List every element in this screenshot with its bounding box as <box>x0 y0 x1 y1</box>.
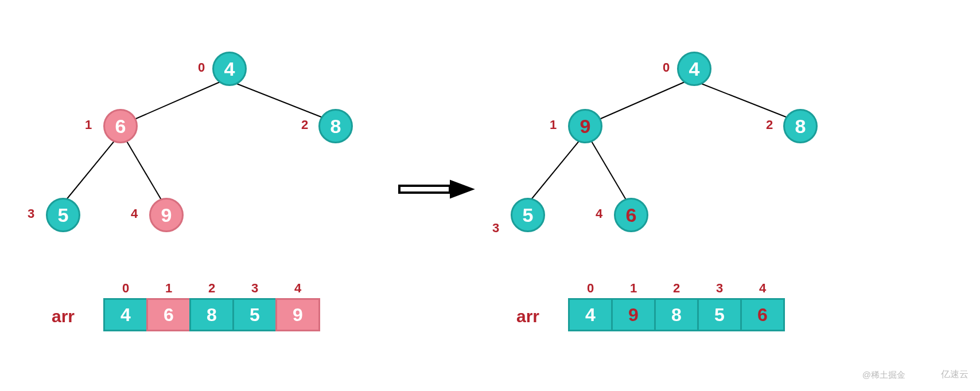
tree2-node-0: 4 <box>677 52 711 86</box>
tree2-node-4: 6 <box>614 198 648 232</box>
svg-line-6 <box>528 140 580 204</box>
tree1-node-2: 8 <box>318 109 353 143</box>
svg-line-7 <box>591 140 628 204</box>
tree2-idx-3: 3 <box>492 221 499 236</box>
tree1-idx-0: 0 <box>198 60 205 75</box>
svg-line-4 <box>597 80 689 120</box>
arr-idx: 0 <box>103 281 148 296</box>
tree1-node-4: 9 <box>149 198 184 232</box>
arr-idx: 4 <box>740 281 785 296</box>
arr-cell: 8 <box>654 298 699 331</box>
tree2-node-2: 8 <box>783 109 818 143</box>
node-value: 6 <box>115 115 126 138</box>
tree-edges <box>0 0 980 391</box>
tree2-idx-1: 1 <box>550 118 557 132</box>
arr-cell: 6 <box>740 298 785 331</box>
tree1-idx-3: 3 <box>28 206 34 221</box>
arr-idx: 4 <box>275 281 320 296</box>
arr-cell: 4 <box>568 298 613 331</box>
arr-label-left: arr <box>52 307 75 326</box>
arr-idx: 2 <box>654 281 699 296</box>
svg-line-2 <box>63 140 115 204</box>
arr-cell: 4 <box>103 298 148 331</box>
arr-idx-row-left: 0 1 2 3 4 <box>103 281 320 296</box>
node-value: 8 <box>795 115 806 138</box>
svg-line-0 <box>132 80 224 120</box>
arr-cell: 5 <box>697 298 742 331</box>
svg-rect-8 <box>400 187 449 191</box>
watermark-yisu: 亿速云 <box>941 369 969 381</box>
tree2-idx-4: 4 <box>596 206 602 221</box>
arr-cell: 8 <box>189 298 234 331</box>
arr-idx: 1 <box>146 281 191 296</box>
tree2-node-1: 9 <box>568 109 602 143</box>
tree1-idx-1: 1 <box>85 118 92 132</box>
node-value: 5 <box>523 204 534 226</box>
tree1-idx-4: 4 <box>131 206 138 221</box>
node-value: 4 <box>689 58 700 80</box>
svg-line-5 <box>700 83 795 120</box>
tree1-node-1: 6 <box>103 109 138 143</box>
arr-cell: 6 <box>146 298 191 331</box>
arrow-icon <box>396 175 482 204</box>
arr-idx: 3 <box>697 281 742 296</box>
arr-idx: 0 <box>568 281 613 296</box>
arr-box-right: 4 9 8 5 6 <box>568 298 785 331</box>
tree1-node-3: 5 <box>46 198 80 232</box>
node-value: 8 <box>330 115 341 138</box>
arr-cell: 9 <box>275 298 320 331</box>
arr-idx: 1 <box>611 281 656 296</box>
node-value: 9 <box>580 115 591 138</box>
arr-idx: 2 <box>189 281 234 296</box>
arr-cell: 5 <box>232 298 277 331</box>
arr-cell: 9 <box>611 298 656 331</box>
node-value: 9 <box>161 204 172 226</box>
arr-label-right: arr <box>516 307 539 326</box>
watermark-juejin: @稀土掘金 <box>862 370 905 381</box>
arr-idx-row-right: 0 1 2 3 4 <box>568 281 785 296</box>
node-value: 5 <box>58 204 69 226</box>
svg-line-3 <box>126 140 164 204</box>
node-value: 4 <box>224 58 235 80</box>
tree2-idx-0: 0 <box>663 60 670 75</box>
node-value: 6 <box>626 204 637 226</box>
diagram-stage: 4 0 6 1 8 2 5 3 9 4 arr 0 1 2 3 4 4 6 8 … <box>0 0 980 391</box>
tree1-node-0: 4 <box>212 52 247 86</box>
svg-line-1 <box>235 83 330 120</box>
arr-idx: 3 <box>232 281 277 296</box>
tree2-node-3: 5 <box>511 198 545 232</box>
arr-box-left: 4 6 8 5 9 <box>103 298 320 331</box>
tree2-idx-2: 2 <box>766 118 773 132</box>
tree1-idx-2: 2 <box>301 118 308 132</box>
